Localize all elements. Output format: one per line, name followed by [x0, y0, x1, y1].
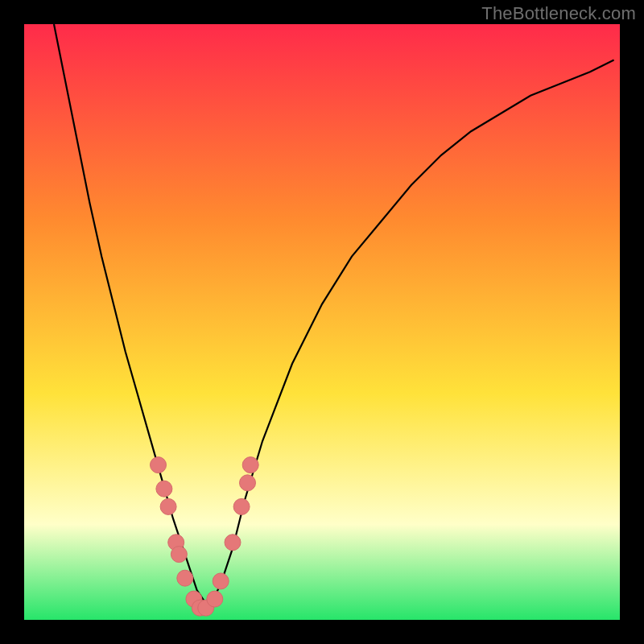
plot-area: [24, 24, 620, 620]
data-marker: [160, 498, 176, 514]
chart-frame: TheBottleneck.com: [0, 0, 644, 644]
data-marker: [240, 475, 256, 491]
data-marker: [177, 570, 193, 586]
watermark-text: TheBottleneck.com: [481, 3, 636, 24]
data-marker: [207, 591, 223, 607]
plot-svg: [24, 24, 620, 620]
gradient-background: [24, 24, 620, 620]
data-marker: [233, 498, 250, 514]
data-marker: [171, 547, 187, 563]
data-marker: [213, 573, 229, 589]
data-marker: [242, 457, 258, 473]
data-marker: [156, 481, 172, 497]
data-marker: [151, 457, 167, 473]
data-marker: [225, 535, 241, 551]
